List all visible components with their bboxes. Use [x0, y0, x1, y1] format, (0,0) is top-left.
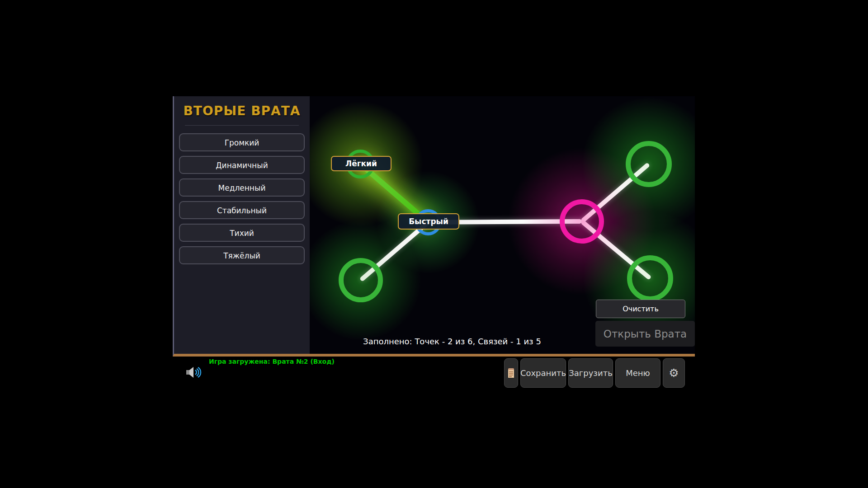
- open-gate-button[interactable]: Открыть Врата: [595, 321, 695, 347]
- screen: ВТОРЫЕ ВРАТА Громкий Динамичный Медленны…: [0, 0, 868, 488]
- sidebar-item-stable[interactable]: Стабильный: [179, 201, 305, 219]
- node-magenta-hub[interactable]: [560, 199, 604, 244]
- title-divider: [185, 125, 299, 126]
- sidebar-item-slow[interactable]: Медленный: [179, 178, 305, 197]
- tag-fast[interactable]: Быстрый: [398, 213, 459, 230]
- sidebar-item-quiet[interactable]: Тихий: [179, 224, 305, 242]
- save-button[interactable]: Сохранить: [520, 358, 566, 388]
- menu-button[interactable]: Меню: [615, 358, 660, 388]
- load-status-message: Игра загружена: Врата №2 (Вход): [209, 358, 335, 365]
- sidebar-item-dynamic[interactable]: Динамичный: [179, 156, 305, 174]
- load-button[interactable]: Загрузить: [568, 358, 613, 388]
- gear-icon: ⚙: [669, 366, 679, 380]
- sidebar: ВТОРЫЕ ВРАТА Громкий Динамичный Медленны…: [174, 96, 310, 354]
- game-title: ВТОРЫЕ ВРАТА: [174, 103, 310, 118]
- sidebar-item-heavy[interactable]: Тяжёлый: [179, 246, 305, 264]
- sidebar-item-loud[interactable]: Громкий: [179, 133, 305, 151]
- node-green-bottom-right[interactable]: [627, 255, 673, 301]
- node-green-bottom-left[interactable]: [339, 258, 383, 302]
- node-green-top-right[interactable]: [626, 141, 672, 187]
- gate-board: Лёгкий Быстрый Очистить Открыть Врата За…: [310, 96, 695, 354]
- speaker-icon[interactable]: [186, 366, 202, 379]
- game-window: ВТОРЫЕ ВРАТА Громкий Динамичный Медленны…: [173, 96, 695, 357]
- log-button[interactable]: [504, 358, 518, 388]
- fill-status: Заполнено: Точек - 2 из 6, Связей - 1 из…: [310, 337, 594, 346]
- tag-easy[interactable]: Лёгкий: [331, 156, 392, 171]
- scroll-icon: [507, 368, 515, 379]
- settings-button[interactable]: ⚙: [663, 358, 685, 388]
- clear-button[interactable]: Очистить: [596, 300, 685, 318]
